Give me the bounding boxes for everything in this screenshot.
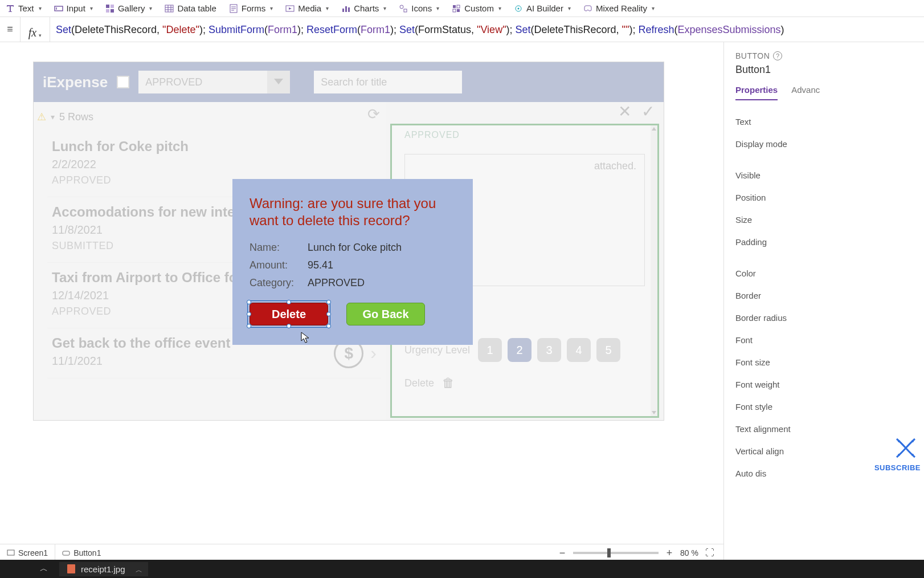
media-icon <box>285 4 295 13</box>
mixed-reality-icon <box>583 4 592 13</box>
ribbon-media[interactable]: Media▾ <box>285 3 329 13</box>
svg-rect-0 <box>55 6 63 11</box>
ribbon-text[interactable]: Text▾ <box>6 3 42 13</box>
chevron-down-icon: ▾ <box>39 5 42 11</box>
chevron-down-icon: ▾ <box>498 5 501 11</box>
formula-input[interactable]: Set(DeleteThisRecord, "Delete"); SubmitF… <box>50 23 924 36</box>
ribbon-label: Gallery <box>118 3 145 13</box>
formula-fx-button[interactable]: fx▾ <box>21 17 50 42</box>
svg-rect-3 <box>111 5 114 8</box>
chevron-down-icon: ▾ <box>326 5 329 11</box>
chevron-down-icon: ▾ <box>39 32 42 38</box>
svg-point-27 <box>517 7 519 9</box>
ribbon-label: Text <box>18 3 34 13</box>
ribbon-label: Icons <box>411 3 432 13</box>
ribbon-input[interactable]: Input▾ <box>54 3 93 13</box>
ribbon-custom[interactable]: Custom▾ <box>452 3 501 13</box>
svg-rect-5 <box>111 9 114 13</box>
ribbon-label: Input <box>67 3 85 13</box>
ai-builder-icon <box>514 4 523 13</box>
svg-rect-2 <box>106 5 109 8</box>
data-table-icon <box>165 4 174 13</box>
forms-icon <box>229 4 238 13</box>
ribbon-forms[interactable]: Forms▾ <box>229 3 273 13</box>
custom-icon <box>452 4 461 13</box>
svg-rect-22 <box>453 5 456 8</box>
svg-rect-23 <box>457 5 460 8</box>
svg-point-20 <box>400 5 403 9</box>
formula-bar: ≡ fx▾ Set(DeleteThisRecord, "Delete"); S… <box>0 17 924 42</box>
svg-rect-21 <box>404 9 407 12</box>
chevron-down-icon: ▾ <box>270 5 273 11</box>
ribbon-label: Charts <box>354 3 379 13</box>
gallery-icon <box>105 4 115 13</box>
insert-ribbon: Text▾ Input▾ Gallery▾ Data table Forms▾ … <box>0 0 924 17</box>
ribbon-mixedreality[interactable]: Mixed Reality▾ <box>583 3 655 13</box>
svg-rect-19 <box>348 7 350 12</box>
ribbon-label: Forms <box>242 3 266 13</box>
chevron-down-icon: ▾ <box>568 5 571 11</box>
icons-icon <box>399 4 408 13</box>
ribbon-label: AI Builder <box>526 3 563 13</box>
svg-rect-6 <box>165 5 173 12</box>
svg-rect-25 <box>457 9 460 12</box>
svg-marker-16 <box>289 7 292 10</box>
chevron-down-icon: ▾ <box>652 5 655 11</box>
chevron-down-icon: ▾ <box>149 5 152 11</box>
svg-rect-24 <box>453 9 456 12</box>
svg-rect-17 <box>342 9 344 12</box>
ribbon-datatable[interactable]: Data table <box>165 3 216 13</box>
svg-rect-18 <box>345 6 347 12</box>
text-icon <box>6 4 15 13</box>
charts-icon <box>341 4 350 13</box>
ribbon-label: Media <box>298 3 321 13</box>
ribbon-aibuilder[interactable]: AI Builder▾ <box>514 3 571 13</box>
ribbon-gallery[interactable]: Gallery▾ <box>105 3 153 13</box>
svg-rect-4 <box>106 9 109 13</box>
input-icon <box>54 4 63 13</box>
ribbon-charts[interactable]: Charts▾ <box>341 3 386 13</box>
ribbon-label: Mixed Reality <box>596 3 647 13</box>
ribbon-label: Custom <box>464 3 494 13</box>
ribbon-label: Data table <box>177 3 216 13</box>
chevron-down-icon: ▾ <box>436 5 439 11</box>
ribbon-icons[interactable]: Icons▾ <box>399 3 439 13</box>
formula-equals-button[interactable]: ≡ <box>0 17 21 42</box>
chevron-down-icon: ▾ <box>90 5 93 11</box>
chevron-down-icon: ▾ <box>383 5 386 11</box>
